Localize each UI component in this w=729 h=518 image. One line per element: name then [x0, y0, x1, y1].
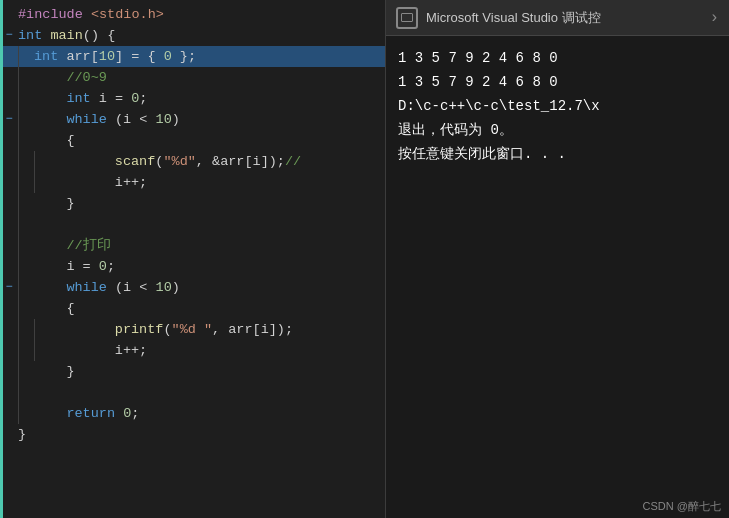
console-title: Microsoft Visual Studio 调试控 [426, 9, 709, 27]
line-gutter[interactable]: − [0, 277, 18, 298]
code-lines: #include <stdio.h>−int main() {int arr[1… [0, 0, 385, 449]
code-line [0, 214, 385, 235]
code-line: − while (i < 10) [0, 109, 385, 130]
code-line: i++; [0, 172, 385, 193]
token: (i < [107, 280, 156, 295]
code-text: int arr[10] = { 0 }; [34, 46, 385, 67]
token [115, 406, 123, 421]
indent-bar [18, 235, 34, 256]
token: while [66, 112, 107, 127]
indent-guides [18, 151, 50, 172]
indent-guides [18, 214, 34, 235]
indent-guides [18, 403, 34, 424]
code-line: } [0, 193, 385, 214]
indent-guides [18, 319, 50, 340]
code-text: } [18, 424, 385, 445]
code-text: //打印 [34, 235, 385, 256]
code-text: return 0; [34, 403, 385, 424]
code-line: i = 0; [0, 256, 385, 277]
code-text: while (i < 10) [34, 277, 385, 298]
token: { [34, 301, 75, 316]
indent-bar [18, 319, 34, 340]
token: ) [172, 112, 180, 127]
indent-guides [18, 172, 50, 193]
indent-guides [18, 235, 34, 256]
token: } [34, 196, 75, 211]
console-output-line: D:\c-c++\c-c\test_12.7\x [398, 94, 717, 118]
code-line [0, 382, 385, 403]
code-line: { [0, 298, 385, 319]
line-gutter[interactable]: − [0, 25, 18, 46]
token [34, 280, 66, 295]
indent-bar [18, 88, 34, 109]
token: int [34, 49, 58, 64]
token: i = [91, 91, 132, 106]
line-gutter[interactable]: − [0, 109, 18, 130]
code-line: } [0, 424, 385, 445]
token: int [66, 91, 90, 106]
code-line: − while (i < 10) [0, 277, 385, 298]
code-text: } [34, 361, 385, 382]
console-close-button[interactable]: › [709, 9, 719, 27]
indent-bar [18, 361, 34, 382]
token: , &arr[i]); [196, 154, 285, 169]
indent-guides [18, 193, 34, 214]
indent-guides [18, 256, 34, 277]
code-line: i++; [0, 340, 385, 361]
code-text: scanf("%d", &arr[i]);// [50, 151, 385, 172]
token: }; [172, 49, 196, 64]
token: // [285, 154, 301, 169]
code-line: { [0, 130, 385, 151]
code-line: #include <stdio.h> [0, 4, 385, 25]
code-text: printf("%d ", arr[i]); [50, 319, 385, 340]
code-line: //0~9 [0, 67, 385, 88]
indent-bar [18, 151, 34, 172]
indent-bar [18, 109, 34, 130]
token: 0 [164, 49, 172, 64]
code-text: #include <stdio.h> [18, 4, 385, 25]
code-line: return 0; [0, 403, 385, 424]
code-text: int i = 0; [34, 88, 385, 109]
indent-bar [18, 46, 34, 67]
console-output-line: 按任意键关闭此窗口. . . [398, 142, 717, 166]
token: ; [139, 91, 147, 106]
token: //0~9 [34, 70, 107, 85]
indent-guides [18, 109, 34, 130]
token: 10 [99, 49, 115, 64]
token: i = [34, 259, 99, 274]
indent-guides [18, 46, 34, 67]
indent-bar [18, 67, 34, 88]
indent-guides [18, 277, 34, 298]
indent-guides [18, 340, 50, 361]
indent-bar [18, 130, 34, 151]
console-app-icon [396, 7, 418, 29]
token: scanf [115, 154, 156, 169]
indent-guides [18, 130, 34, 151]
code-text: //0~9 [34, 67, 385, 88]
indent-bar [18, 403, 34, 424]
code-text: } [34, 193, 385, 214]
token: { [34, 133, 75, 148]
indent-bar [18, 277, 34, 298]
code-line: −int main() { [0, 25, 385, 46]
token: #include [18, 7, 91, 22]
indent-bar [34, 172, 50, 193]
console-footer: CSDN @醉七七 [386, 495, 729, 518]
indent-bar [34, 151, 50, 172]
indent-guides [18, 88, 34, 109]
token: i++; [50, 175, 147, 190]
token: (i < [107, 112, 156, 127]
indent-bar [18, 193, 34, 214]
token: } [34, 364, 75, 379]
token: i++; [50, 343, 147, 358]
token: ] = { [115, 49, 164, 64]
indent-bar [18, 340, 34, 361]
token: ( [163, 322, 171, 337]
token: 10 [156, 280, 172, 295]
code-line: int i = 0; [0, 88, 385, 109]
code-line: } [0, 361, 385, 382]
indent-guides [18, 67, 34, 88]
indent-bar [18, 256, 34, 277]
code-line: scanf("%d", &arr[i]);// [0, 151, 385, 172]
token: "%d " [172, 322, 213, 337]
